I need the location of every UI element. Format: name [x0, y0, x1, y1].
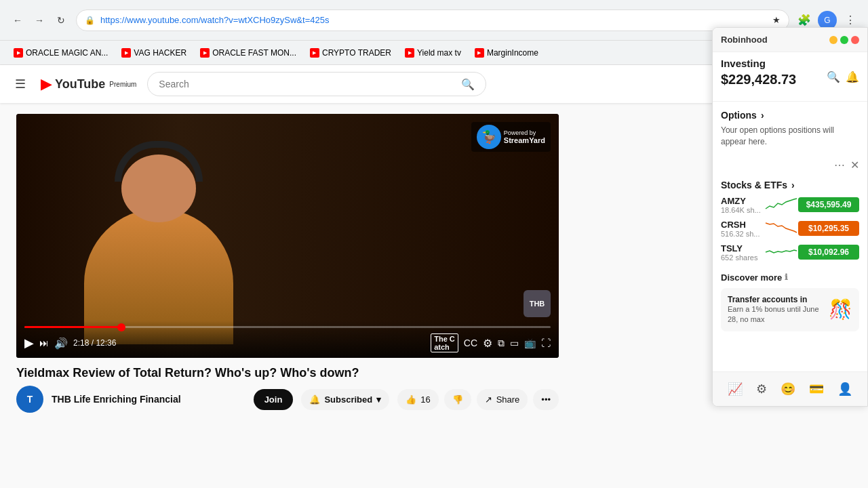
window-buttons [829, 36, 859, 44]
stock-value-crsh: $10,295.35 [798, 221, 859, 236]
next-btn[interactable]: ⏭ [39, 338, 49, 348]
section-action-row: ⋯ ✕ [721, 159, 859, 171]
progress-dot [117, 323, 125, 331]
stock-ticker: AMZY [721, 196, 764, 206]
total-time: 12:36 [96, 338, 116, 348]
cast-btn[interactable]: 📺 [524, 338, 536, 348]
options-section: Options Your open options positions will… [721, 110, 859, 148]
maximize-button[interactable] [840, 36, 848, 44]
stock-ticker: TSLY [721, 243, 764, 253]
stock-shares: 652 shares [721, 253, 764, 262]
rh-card-tab[interactable]: 💳 [806, 379, 827, 399]
back-button[interactable]: ← [8, 11, 27, 30]
yt-favicon-icon [475, 48, 484, 58]
bell-icon: 🔔 [309, 394, 320, 405]
discover-title-text: Discover more [721, 272, 782, 283]
yt-favicon-icon [310, 48, 319, 58]
miniplayer-btn[interactable]: ⧉ [498, 338, 505, 349]
fullscreen-btn[interactable]: ⛶ [541, 338, 551, 348]
stocks-title-text: Stocks & ETFs [721, 180, 787, 190]
browser-nav-buttons: ← → ↻ [8, 11, 71, 30]
stock-row-tsly[interactable]: TSLY 652 shares $10,092.96 [721, 243, 859, 262]
yt-favicon-icon [405, 48, 414, 58]
sparkline-amzy [764, 197, 798, 213]
search-input[interactable] [159, 79, 461, 89]
stock-row-amzy[interactable]: AMZY 18.64K sh... $435,595.49 [721, 196, 859, 214]
stock-row-crsh[interactable]: CRSH 516.32 sh... $10,295.35 [721, 220, 859, 238]
discover-section: Discover more ℹ Transfer accounts in Ear… [721, 272, 859, 332]
options-title-text: Options [721, 110, 757, 121]
discover-card[interactable]: Transfer accounts in Earn a 1% bonus unt… [721, 288, 859, 332]
rh-notification-button[interactable]: 🔔 [846, 70, 859, 83]
youtube-logo[interactable]: ▶ YouTube Premium [41, 75, 136, 93]
thumbs-down-icon: 👎 [452, 394, 463, 405]
bookmark-label: CRYPTO TRADER [322, 48, 391, 58]
stock-value-amzy: $435,595.49 [798, 197, 859, 212]
watermark-text: THB [530, 300, 545, 308]
bookmark-crypto-trader[interactable]: CRYPTO TRADER [304, 45, 397, 60]
stock-ticker: CRSH [721, 220, 764, 230]
refresh-button[interactable]: ↻ [52, 11, 71, 30]
rh-person-tab[interactable]: 👤 [835, 379, 855, 399]
more-options-button[interactable]: ••• [533, 389, 559, 410]
rh-search-button[interactable]: 🔍 [827, 70, 840, 83]
section-close-button[interactable]: ✕ [850, 159, 859, 171]
volume-btn[interactable]: 🔊 [54, 337, 68, 350]
bookmark-label: ORACLE MAGIC AN... [26, 48, 108, 58]
video-controls: ▶ ⏭ 🔊 2:18 / 12:36 The Catch CC ⚙ [16, 321, 559, 358]
bookmark-label: MarginIncome [487, 48, 538, 58]
like-button[interactable]: 👍 16 [397, 389, 438, 410]
stocks-title[interactable]: Stocks & ETFs [721, 180, 859, 190]
streamyard-logo: 🦆 [477, 125, 501, 149]
stock-shares: 18.64K sh... [721, 206, 764, 214]
discover-title: Discover more ℹ [721, 272, 859, 283]
progress-bar[interactable] [24, 326, 551, 328]
bookmark-margin-income[interactable]: MarginIncome [469, 45, 544, 60]
search-icon[interactable]: 🔍 [461, 78, 475, 91]
options-title[interactable]: Options [721, 110, 859, 121]
bookmark-star-icon[interactable]: ★ [772, 15, 781, 25]
share-button[interactable]: ↗ Share [477, 389, 528, 410]
sparkline-crsh [764, 220, 798, 237]
person-silhouette-container [57, 127, 260, 344]
stock-info-tsly: TSLY 652 shares [721, 243, 764, 262]
video-player[interactable]: 🦆 Powered by StreamYard THB [16, 114, 559, 358]
address-bar[interactable]: 🔒 https://www.youtube.com/watch?v=wtXCHo… [76, 9, 789, 31]
forward-button[interactable]: → [30, 11, 49, 30]
bookmark-oracle-fast[interactable]: ORACLE FAST MON... [195, 45, 302, 60]
video-container: 🦆 Powered by StreamYard THB [16, 114, 559, 413]
thumbs-up-icon: 👍 [406, 394, 416, 405]
discover-card-description: Earn a 1% bonus until June 28, no max [728, 304, 823, 325]
rh-emoji-tab[interactable]: 😊 [778, 379, 798, 399]
yt-menu-btn[interactable]: ☰ [11, 75, 30, 94]
channel-avatar[interactable]: T [16, 386, 43, 413]
dislike-button[interactable]: 👎 [444, 389, 471, 410]
bookmark-yield-max[interactable]: Yield max tv [399, 45, 467, 60]
theater-btn[interactable]: ▭ [510, 338, 519, 348]
robinhood-panel: Robinhood Investing $229,428.73 🔍 🔔 Opti… [712, 27, 868, 407]
discover-info-icon[interactable]: ℹ [785, 272, 788, 282]
controls-row: ▶ ⏭ 🔊 2:18 / 12:36 The Catch CC ⚙ [24, 333, 551, 352]
discover-card-emoji: 🎊 [829, 298, 852, 321]
progress-fill [24, 326, 121, 328]
streamyard-brand-text: StreamYard [504, 136, 545, 144]
subscribed-label: Subscribed [324, 394, 372, 405]
captions-btn[interactable]: CC [464, 338, 477, 348]
search-bar[interactable]: 🔍 [147, 72, 486, 96]
rh-chart-tab[interactable]: 📈 [725, 379, 745, 399]
play-pause-btn[interactable]: ▶ [24, 336, 34, 350]
subscribe-button[interactable]: 🔔 Subscribed ▾ [301, 389, 389, 410]
action-buttons: 👍 16 👎 ↗ Share ••• [397, 389, 559, 410]
section-dots-button[interactable]: ⋯ [834, 159, 845, 171]
join-button[interactable]: Join [254, 389, 294, 410]
channel-row: T THB Life Enriching Financial Join 🔔 Su… [16, 386, 559, 413]
robinhood-title: Robinhood [721, 35, 768, 45]
bookmark-oracle-magic[interactable]: ORACLE MAGIC AN... [8, 45, 113, 60]
settings-btn[interactable]: ⚙ [483, 337, 492, 350]
channel-info: THB Life Enriching Financial [52, 394, 245, 405]
minimize-button[interactable] [829, 36, 837, 44]
bookmark-vag-hacker[interactable]: VAG HACKER [116, 45, 192, 60]
rh-settings-tab[interactable]: ⚙ [753, 379, 770, 399]
close-button[interactable] [851, 36, 859, 44]
investing-value: $229,428.73 [721, 72, 796, 87]
